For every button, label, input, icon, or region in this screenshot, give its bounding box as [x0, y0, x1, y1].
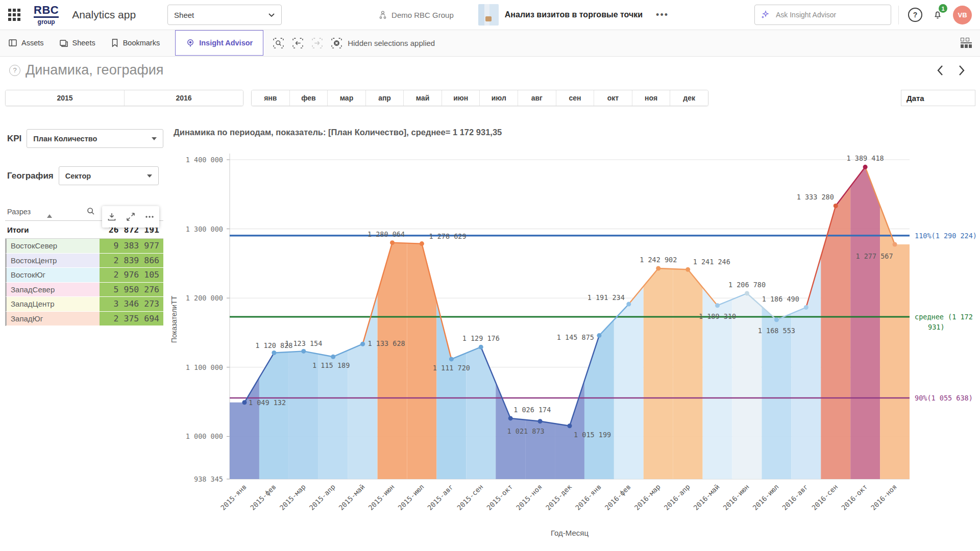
- data-point[interactable]: [420, 241, 424, 246]
- filter-year-2016[interactable]: 2016: [124, 90, 243, 106]
- kpi-dropdown[interactable]: План Количество: [27, 129, 163, 148]
- filter-month-июл[interactable]: июл: [479, 90, 518, 106]
- data-point[interactable]: [272, 350, 276, 355]
- x-tick-label[interactable]: 2015-сен: [455, 483, 484, 512]
- fullscreen-icon[interactable]: [126, 212, 136, 222]
- data-point[interactable]: [301, 349, 306, 354]
- row-value-cell[interactable]: 9 383 977: [100, 239, 163, 254]
- sheet-layout-icon[interactable]: [961, 38, 972, 48]
- filter-month-апр[interactable]: апр: [365, 90, 404, 106]
- x-tick-label[interactable]: 2015-фев: [249, 483, 278, 512]
- row-dimension-cell[interactable]: ВостокЦентр: [5, 254, 100, 268]
- x-tick-label[interactable]: 2015-июн: [366, 483, 396, 512]
- data-point[interactable]: [685, 267, 690, 272]
- data-point[interactable]: [626, 302, 631, 307]
- filter-month-июн[interactable]: июн: [442, 90, 480, 106]
- x-tick-label[interactable]: 2016-янв: [574, 483, 603, 512]
- filter-month-май[interactable]: май: [403, 90, 442, 106]
- x-tick-label[interactable]: 2016-ноя: [869, 483, 898, 512]
- row-value-cell[interactable]: 2 839 866: [100, 254, 163, 268]
- sheet-info-icon[interactable]: ?: [9, 65, 20, 76]
- step-back-icon[interactable]: [292, 37, 304, 49]
- x-tick-label[interactable]: 2015-янв: [219, 483, 248, 512]
- x-tick-label[interactable]: 2016-фев: [603, 483, 632, 512]
- geo-dropdown[interactable]: Сектор: [59, 166, 159, 185]
- data-point[interactable]: [242, 400, 247, 405]
- user-avatar[interactable]: VB: [953, 6, 972, 24]
- data-point[interactable]: [863, 165, 868, 169]
- x-tick-label[interactable]: 2015-ноя: [514, 483, 544, 512]
- sort-ascending-icon[interactable]: [47, 214, 52, 218]
- data-point[interactable]: [479, 345, 483, 349]
- app-launcher-icon[interactable]: [8, 9, 20, 21]
- row-dimension-cell[interactable]: ЗападЮг: [5, 312, 100, 327]
- next-sheet-icon[interactable]: [958, 64, 966, 77]
- more-options-icon[interactable]: •••: [656, 10, 669, 20]
- assets-tab[interactable]: Assets: [4, 30, 48, 56]
- filter-month-фев[interactable]: фев: [289, 90, 328, 106]
- table-column-header[interactable]: Разрез: [5, 208, 31, 216]
- data-point[interactable]: [715, 303, 720, 308]
- data-point[interactable]: [597, 333, 601, 338]
- more-menu-icon[interactable]: [144, 212, 155, 222]
- filter-month-янв[interactable]: янв: [252, 90, 289, 106]
- bookmarks-tab[interactable]: Bookmarks: [107, 30, 164, 56]
- x-tick-label[interactable]: 2015-июл: [396, 483, 425, 512]
- data-point[interactable]: [745, 291, 749, 296]
- ask-insight-advisor-box[interactable]: [754, 5, 891, 25]
- data-point[interactable]: [449, 357, 454, 361]
- filter-month-авг[interactable]: авг: [518, 90, 556, 106]
- smart-search-icon[interactable]: [273, 37, 284, 49]
- filter-month-мар[interactable]: мар: [327, 90, 365, 106]
- data-point[interactable]: [656, 266, 660, 271]
- row-value-cell[interactable]: 3 346 273: [100, 297, 163, 312]
- row-dimension-cell[interactable]: ЗападСевер: [5, 283, 100, 297]
- row-dimension-cell[interactable]: ВостокСевер: [5, 239, 100, 254]
- x-tick-label[interactable]: 2015-апр: [308, 483, 337, 512]
- row-dimension-cell[interactable]: ЗападЦентр: [5, 297, 100, 312]
- ask-insight-advisor-input[interactable]: [775, 10, 886, 19]
- filter-month-ноя[interactable]: ноя: [632, 90, 670, 106]
- x-tick-label[interactable]: 2016-июн: [721, 483, 750, 512]
- x-tick-label[interactable]: 2016-сен: [810, 483, 839, 512]
- date-filter-box[interactable]: Дата: [901, 90, 975, 106]
- row-value-cell[interactable]: 2 976 105: [100, 268, 163, 283]
- table-search-icon[interactable]: [86, 206, 96, 216]
- data-point[interactable]: [893, 242, 897, 247]
- filter-month-окт[interactable]: окт: [594, 90, 632, 106]
- x-tick-label[interactable]: 2016-окт: [840, 483, 869, 512]
- data-point[interactable]: [804, 305, 808, 310]
- data-point[interactable]: [774, 317, 779, 322]
- clear-selections-icon[interactable]: [331, 37, 342, 49]
- dynamics-area-chart[interactable]: 938 3451 000 0001 100 0001 200 0001 300 …: [168, 144, 980, 551]
- filter-year-2015[interactable]: 2015: [6, 90, 124, 106]
- data-point[interactable]: [834, 204, 838, 208]
- help-icon[interactable]: ?: [908, 8, 922, 22]
- x-tick-label[interactable]: 2016-апр: [662, 483, 691, 512]
- data-point[interactable]: [360, 342, 365, 346]
- x-tick-label[interactable]: 2015-май: [337, 483, 366, 512]
- x-tick-label[interactable]: 2015-авг: [426, 483, 455, 512]
- filter-month-дек[interactable]: дек: [670, 90, 708, 106]
- sheet-selector-dropdown[interactable]: Sheet: [167, 5, 282, 25]
- download-icon[interactable]: [107, 212, 117, 222]
- row-value-cell[interactable]: 2 375 694: [100, 312, 163, 327]
- data-point[interactable]: [390, 240, 395, 245]
- sheets-tab[interactable]: Sheets: [55, 30, 100, 56]
- x-tick-label[interactable]: 2016-авг: [780, 483, 810, 512]
- filter-month-сен[interactable]: сен: [556, 90, 594, 106]
- row-value-cell[interactable]: 5 950 276: [100, 283, 163, 297]
- notifications-bell-icon[interactable]: 1: [932, 8, 944, 22]
- x-tick-label[interactable]: 2015-мар: [278, 483, 307, 512]
- data-point[interactable]: [331, 355, 335, 359]
- x-tick-label[interactable]: 2016-июл: [751, 483, 780, 512]
- data-point[interactable]: [538, 419, 543, 423]
- data-point[interactable]: [508, 416, 513, 420]
- data-point[interactable]: [568, 423, 572, 428]
- insight-advisor-tab[interactable]: Insight Advisor: [175, 30, 263, 56]
- previous-sheet-icon[interactable]: [936, 64, 944, 77]
- row-dimension-cell[interactable]: ВостокЮг: [5, 268, 100, 283]
- owner-name[interactable]: Demo RBC Group: [391, 11, 454, 19]
- x-tick-label[interactable]: 2016-май: [692, 483, 721, 512]
- x-tick-label[interactable]: 2015-дек: [544, 483, 573, 512]
